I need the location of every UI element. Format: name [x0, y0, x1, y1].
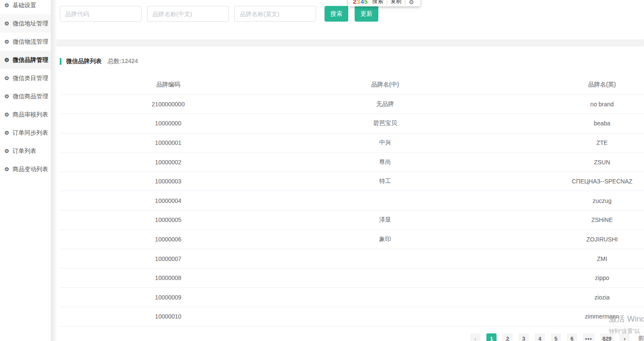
table-cell: beaba — [494, 114, 644, 133]
table-cell: 无品牌 — [277, 94, 494, 114]
sidebar-item-label: 微信品牌管理 — [13, 56, 48, 64]
logo-char: 2 — [353, 0, 357, 5]
table-cell — [277, 268, 494, 288]
table-cell: 特工 — [277, 172, 494, 191]
table-cell — [277, 288, 494, 307]
brand-table-body: 2100000000无品牌no brand10000000碧芭宝贝beaba10… — [60, 94, 644, 326]
table-row: 10000006象印ZOJIRUSHI — [60, 230, 644, 249]
gear-icon: ⚙ — [4, 57, 9, 63]
sidebar-item[interactable]: ⚙微信商品管理 — [0, 87, 51, 105]
pagination-page[interactable]: 6 — [567, 333, 577, 341]
logo-char: 5 — [364, 0, 368, 5]
table-cell: 10000008 — [60, 268, 277, 288]
table-header-row: 品牌编码 品牌名(中) 品牌名(英) — [60, 75, 644, 94]
table-cell: 碧芭宝贝 — [277, 114, 494, 133]
pagination-prev-button[interactable]: ‹ — [470, 333, 480, 341]
sidebar-item[interactable]: ⚙微信品牌管理 — [0, 51, 51, 69]
table-cell: ZMI — [494, 249, 644, 269]
pagination-page[interactable]: 829 — [600, 333, 614, 341]
sidebar-item-label: 基础设置 — [13, 2, 36, 9]
sidebar-menu: ⚙基础设置⚙微信地址管理⚙微信物流管理⚙微信品牌管理⚙微信类目管理⚙微信商品管理… — [0, 0, 51, 178]
table-cell: ZSUN — [494, 152, 644, 172]
popup-divider: | — [386, 0, 387, 5]
brand-name-cn-input[interactable] — [147, 6, 229, 22]
sidebar-item[interactable]: ⚙订单列表 — [0, 142, 51, 160]
table-cell: СПЕЦНАЗ--SPECNAZ — [494, 172, 644, 191]
logo-char: 4 — [361, 0, 364, 5]
brand-code-input[interactable] — [60, 6, 142, 22]
table-row: 10000005泽显ZSHiNE — [60, 211, 644, 230]
gear-icon: ⚙ — [4, 3, 9, 8]
pagination-ellipsis[interactable]: ••• — [583, 333, 594, 341]
table-cell: 10000005 — [60, 211, 277, 230]
sidebar-scrollbar[interactable] — [51, 0, 56, 341]
popup-divider: | — [405, 0, 406, 5]
table-cell — [277, 307, 494, 327]
table-cell: 2100000000 — [60, 94, 277, 114]
sidebar-item[interactable]: ⚙商品变动列表 — [0, 160, 51, 178]
table-cell: ZOJIRUSHI — [494, 230, 644, 249]
table-row: 10000004zuczug — [60, 191, 644, 211]
gear-icon: ⚙ — [4, 112, 9, 117]
table-cell: 10000000 — [60, 114, 277, 133]
table-cell: 10000001 — [60, 133, 277, 152]
total-count: 总数:12424 — [108, 58, 138, 65]
column-header-brand-code: 品牌编码 — [60, 75, 277, 94]
popup-search-button[interactable]: 搜索 — [372, 0, 383, 5]
sidebar-item[interactable]: ⚙微信地址管理 — [0, 14, 51, 33]
table-row: 10000010zimmermann — [60, 307, 644, 327]
pagination-page[interactable]: 2 — [502, 333, 513, 341]
table-cell: ZTE — [494, 133, 644, 152]
table-row: 10000003特工СПЕЦНАЗ--SPECNAZ — [60, 172, 644, 191]
search-button[interactable]: 搜索 — [325, 6, 348, 22]
table-cell: 10000010 — [60, 307, 277, 327]
sidebar-item[interactable]: ⚙微信类目管理 — [0, 69, 51, 87]
sidebar-item-label: 商品审核列表 — [13, 111, 48, 119]
column-header-brand-name-en: 品牌名(英) — [494, 75, 644, 94]
brand-name-en-input[interactable] — [234, 6, 316, 22]
table-row: 2100000000无品牌no brand — [60, 94, 644, 114]
gear-icon: ⚙ — [4, 130, 9, 136]
popup-copy-button[interactable]: 复制 — [391, 0, 402, 5]
column-header-brand-name-cn: 品牌名(中) — [277, 75, 494, 94]
table-cell: no brand — [494, 94, 644, 114]
pagination-page[interactable]: 5 — [551, 333, 561, 341]
table-row: 10000000碧芭宝贝beaba — [60, 114, 644, 133]
pagination-next-button[interactable]: › — [619, 333, 630, 341]
pagination-pages: 123456•••829 — [486, 333, 613, 341]
table-cell: zippo — [494, 268, 644, 288]
sidebar-item-label: 微信类目管理 — [13, 75, 48, 82]
table-cell: 10000007 — [60, 249, 277, 269]
table-cell: zimmermann — [494, 307, 644, 327]
brand-list-panel: 微信品牌列表 总数:12424 品牌编码 品牌名(中) 品牌名(英) 21000… — [56, 47, 644, 341]
panel-title: 微信品牌列表 总数:12424 — [60, 58, 644, 65]
table-row: 10000007ZMI — [60, 249, 644, 269]
gear-icon: ⚙ — [4, 75, 9, 81]
pagination: ‹ 123456•••829 › 前往 — [470, 333, 644, 341]
brand-table: 品牌编码 品牌名(中) 品牌名(英) 2100000000无品牌no brand… — [60, 75, 644, 327]
table-cell — [277, 191, 494, 211]
sidebar-item-label: 订单同步列表 — [13, 129, 48, 137]
update-button[interactable]: 更新 — [355, 6, 378, 22]
sidebar: ⚙基础设置⚙微信地址管理⚙微信物流管理⚙微信品牌管理⚙微信类目管理⚙微信商品管理… — [0, 0, 51, 341]
pagination-page[interactable]: 1 — [486, 333, 497, 341]
popup-settings-gear-icon[interactable]: ⚙ — [409, 0, 414, 5]
extension-popup: 2345 搜索 | 复制 | ⚙ — [348, 0, 420, 6]
pagination-page[interactable]: 4 — [535, 333, 545, 341]
gear-icon: ⚙ — [4, 94, 9, 99]
gear-icon: ⚙ — [4, 148, 9, 154]
pagination-page[interactable]: 3 — [519, 333, 529, 341]
table-cell: 10000009 — [60, 288, 277, 307]
table-cell: 10000004 — [60, 191, 277, 211]
sidebar-item[interactable]: ⚙基础设置 — [0, 0, 51, 14]
table-row: 10000001中兴ZTE — [60, 133, 644, 152]
table-cell: 中兴 — [277, 133, 494, 152]
table-cell: 尊尚 — [277, 152, 494, 172]
sidebar-item[interactable]: ⚙订单同步列表 — [0, 124, 51, 142]
sidebar-item[interactable]: ⚙微信物流管理 — [0, 33, 51, 51]
sidebar-item-label: 微信地址管理 — [13, 20, 48, 28]
sidebar-item[interactable]: ⚙商品审核列表 — [0, 105, 51, 124]
table-cell: 10000002 — [60, 152, 277, 172]
2345-logo: 2345 — [353, 0, 368, 5]
pagination-jump-label: 前往 — [638, 335, 644, 341]
